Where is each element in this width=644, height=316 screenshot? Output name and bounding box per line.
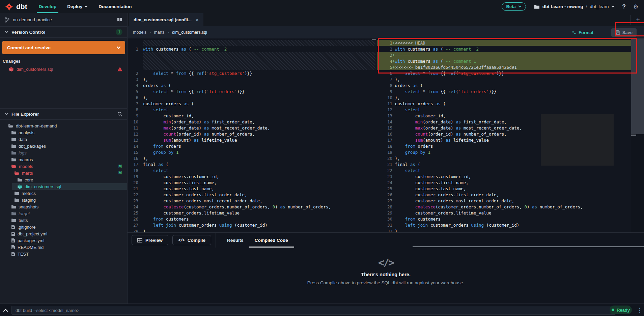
kebab-menu-icon[interactable]: ⋮ <box>636 305 643 315</box>
tree-item--gitignore[interactable]: .gitignore <box>0 224 127 230</box>
settings-gear-icon[interactable]: ⚙ <box>633 3 639 10</box>
tree-item-tests[interactable]: tests <box>0 217 127 224</box>
code-line[interactable]: 13 sum(amount) as lifetime_value <box>128 137 375 143</box>
code-line[interactable]: 8 select <box>128 107 375 113</box>
nav-documentation[interactable]: Documentation <box>99 0 132 13</box>
code-line[interactable]: 5 select * from {{ ref('fct_orders')}} <box>128 88 375 94</box>
code-line[interactable]: 7 customer_orders as ( <box>128 100 375 107</box>
command-input[interactable] <box>11 306 616 315</box>
code-line[interactable]: 18 select <box>128 167 375 173</box>
tree-item-dbt-packages[interactable]: dbt_packages <box>0 143 127 149</box>
code-line[interactable]: 25 customer_orders.lifetime_value <box>128 210 375 216</box>
tree-item-macros[interactable]: macros <box>0 156 127 163</box>
code-line[interactable]: 3 ), <box>128 76 375 82</box>
code-line[interactable]: 2 select * from {{ ref('stg_customers')}… <box>128 70 375 76</box>
close-tab-icon[interactable]: × <box>196 17 199 23</box>
breadcrumb-item[interactable]: marts <box>154 30 164 35</box>
file-explorer-header[interactable]: File Explorer <box>0 109 127 119</box>
code-line[interactable]: 22 select <box>377 167 644 173</box>
project-switcher[interactable]: dbt Learn - mwong / dbt_learn <box>534 4 615 9</box>
dbt-logo[interactable]: dbt <box>5 2 27 11</box>
code-line[interactable]: 26 customer_orders.first_order_date, <box>377 192 644 198</box>
help-icon[interactable]: ? <box>622 3 625 10</box>
code-line[interactable]: 20 customers.first_name, <box>128 179 375 185</box>
code-line[interactable]: 16 ), <box>128 155 375 161</box>
code-line[interactable]: 9 select * from {{ ref('fct_orders')}} <box>377 88 644 94</box>
preview-button[interactable]: Preview <box>132 235 168 245</box>
code-line[interactable]: 1+<<<<<<< HEAD <box>377 40 644 46</box>
tab-compiled-code[interactable]: Compiled Code <box>255 233 288 248</box>
commit-dropdown-toggle[interactable] <box>112 41 125 54</box>
git-branch-row[interactable]: on-demand-practice <box>0 13 127 27</box>
nav-deploy[interactable]: Deploy <box>67 0 88 13</box>
tree-item-core[interactable]: core <box>0 176 127 183</box>
code-line[interactable]: 6 select * from {{ ref('stg_customers')}… <box>377 70 644 76</box>
code-line[interactable]: 29 customer_orders.lifetime_value <box>377 210 644 216</box>
editor-scrollbar-thumb[interactable] <box>631 38 644 134</box>
code-line[interactable]: 15 group by 1 <box>128 149 375 155</box>
code-line[interactable]: 8 orders as ( <box>377 82 644 88</box>
code-line[interactable]: 22 customer_orders.first_order_date, <box>128 192 375 198</box>
code-line[interactable]: 9 customer_id, <box>128 113 375 119</box>
version-control-header[interactable]: Version Control 1 <box>0 27 127 37</box>
status-badge[interactable]: Ready <box>610 306 632 314</box>
editor-pane-local[interactable]: 1 with customers as ( -- comment 22 sele… <box>128 38 375 234</box>
format-button[interactable]: Format <box>571 30 593 35</box>
docs-book-icon[interactable] <box>117 18 122 22</box>
code-line[interactable]: 7 ), <box>377 76 644 82</box>
code-line[interactable]: 3+======= <box>377 52 644 58</box>
code-line[interactable]: 6 ), <box>128 94 375 100</box>
tree-item-data[interactable]: data <box>0 136 127 143</box>
code-line[interactable]: 4 orders as ( <box>128 82 375 88</box>
code-line[interactable]: 27 customer_orders.most_recent_order_dat… <box>377 198 644 204</box>
beta-dropdown[interactable]: Beta <box>502 2 526 11</box>
code-line[interactable]: 17 final as ( <box>128 161 375 167</box>
tree-item-target[interactable]: target <box>0 210 127 217</box>
code-line[interactable]: 30 from customers <box>377 216 644 222</box>
code-line[interactable]: 28 coalesce(customer_orders.number_of_or… <box>377 204 644 210</box>
code-line[interactable]: 2 with customers as ( -- comment 2 <box>377 46 644 52</box>
tree-item-metrics[interactable]: metrics <box>0 190 127 197</box>
code-line[interactable]: 5+>>>>>>> b81f802a66fd544504c65721e3ffaa… <box>377 64 644 70</box>
code-line[interactable]: 23 customer_orders.most_recent_order_dat… <box>128 198 375 204</box>
tab-results[interactable]: Results <box>227 233 244 248</box>
tree-item-marts[interactable]: martsM <box>0 170 127 176</box>
code-line[interactable]: 1 with customers as ( -- comment 2 <box>128 46 375 52</box>
code-line[interactable]: 26 from customers <box>128 216 375 222</box>
tree-item-analysis[interactable]: analysis <box>0 129 127 136</box>
new-tab-button[interactable]: + <box>633 13 643 26</box>
code-line[interactable]: 21 customers.last_name, <box>128 185 375 192</box>
code-line[interactable]: 12 count(order_id) as number_of_orders, <box>128 131 375 137</box>
tree-item-packages-yml[interactable]: packages.yml <box>0 237 127 244</box>
tree-item-models[interactable]: modelsM <box>0 163 127 170</box>
code-line[interactable]: 10 min(order_date) as first_order_date, <box>128 119 375 125</box>
code-line[interactable]: 12 select <box>377 107 644 113</box>
code-line[interactable]: 19 customers.customer_id, <box>128 173 375 179</box>
save-button[interactable]: Save <box>611 28 637 37</box>
code-line[interactable]: 4+with customers as ( -- comment 1 <box>377 58 644 64</box>
tree-item-dbt-learn-on-demand[interactable]: dbt-learn-on-demand <box>0 122 127 129</box>
breadcrumb-item[interactable]: models <box>133 30 146 35</box>
code-line[interactable]: 25 customers.last_name, <box>377 185 644 192</box>
tree-item-logs[interactable]: logs <box>0 149 127 156</box>
commit-and-resolve-button[interactable]: Commit and resolve <box>2 41 125 54</box>
tab-dim-customers[interactable]: dim_customers.sql (confli... × <box>129 13 203 26</box>
code-line[interactable]: 14 from orders <box>128 143 375 149</box>
chevron-up-icon[interactable] <box>3 309 8 312</box>
code-line[interactable]: 10 ), <box>377 94 644 100</box>
tree-item-dbt-project-yml[interactable]: dbt_project.yml <box>0 230 127 237</box>
compile-button[interactable]: </> Compile <box>172 235 211 245</box>
breadcrumb-item[interactable]: dim_customers.sql <box>172 30 207 35</box>
tree-item-snapshots[interactable]: snapshots <box>0 203 127 210</box>
code-line[interactable]: 27 left join customer_orders using (cust… <box>128 222 375 228</box>
code-line[interactable]: 31 left join customer_orders using (cust… <box>377 222 644 228</box>
nav-develop[interactable]: Develop <box>39 0 57 13</box>
code-line[interactable]: 23 customers.customer_id, <box>377 173 644 179</box>
search-icon[interactable] <box>117 112 122 117</box>
code-line[interactable]: 11 customer_orders as ( <box>377 100 644 107</box>
code-line[interactable]: 24 customers.first_name, <box>377 179 644 185</box>
tree-item-test[interactable]: TEST <box>0 251 127 257</box>
tree-item-staging[interactable]: staging <box>0 197 127 203</box>
tree-item-dim-customers-sql[interactable]: dim_customers.sql <box>12 183 127 190</box>
tree-item-readme-md[interactable]: README.md <box>0 244 127 251</box>
